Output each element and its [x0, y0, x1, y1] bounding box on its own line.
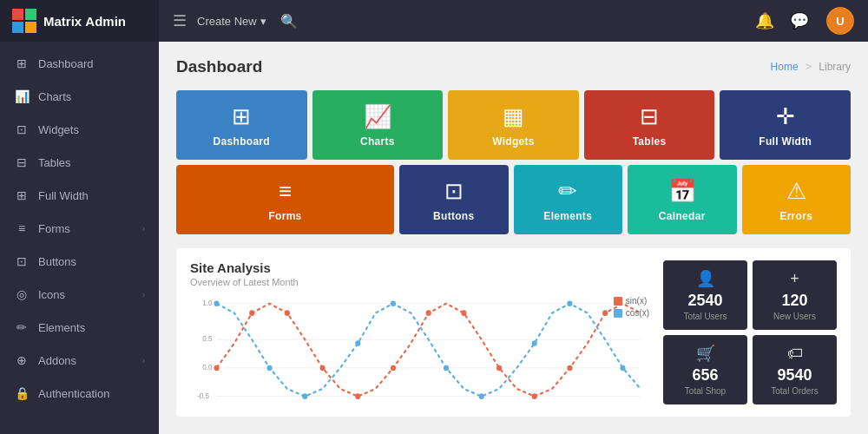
main-content: ☰ Create New ▾ 🔍 🔔 💬 U Dashboard Home > …: [159, 0, 868, 434]
tile-errors[interactable]: ⚠ Errors: [742, 165, 852, 234]
sidebar-item-forms[interactable]: ≡ Forms ›: [0, 212, 159, 245]
sidebar-icon-buttons: ⊡: [14, 253, 30, 269]
tile-forms[interactable]: ≡ Forms: [176, 165, 394, 234]
svg-point-10: [285, 310, 290, 316]
stat-label-total-users: Total Users: [683, 312, 727, 321]
sidebar-icon-icons: ◎: [14, 286, 30, 302]
svg-point-22: [302, 393, 307, 399]
sidebar-label-dashboard: Dashboard: [38, 57, 145, 70]
stat-number-total-shop: 656: [692, 366, 718, 385]
svg-point-27: [532, 340, 537, 346]
stat-card-total-shop: 🛒 656 Total Shop: [663, 335, 747, 404]
create-new-label: Create New: [197, 15, 257, 28]
stat-icon-total-shop: 🛒: [696, 344, 715, 363]
tile-dashboard[interactable]: ⊞ Dashboard: [176, 90, 307, 160]
svg-point-9: [249, 310, 254, 316]
svg-point-24: [391, 300, 396, 306]
svg-point-11: [320, 365, 326, 372]
svg-point-8: [214, 365, 219, 372]
tile-icon-errors: ⚠: [786, 178, 806, 205]
tile-icon-elements: ✏: [558, 178, 577, 205]
sidebar-icon-addons: ⊕: [14, 352, 30, 368]
stat-icon-total-users: 👤: [696, 269, 715, 288]
svg-point-21: [267, 365, 273, 372]
tile-buttons[interactable]: ⊡ Buttons: [399, 165, 509, 234]
legend-label-sin(x): sin(x): [626, 296, 647, 306]
sidebar-icon-tables: ⊟: [14, 155, 30, 170]
sidebar-item-full-width[interactable]: ⊞ Full Width: [0, 179, 159, 212]
svg-point-26: [479, 393, 484, 399]
stat-number-new-users: 120: [781, 292, 807, 310]
stat-label-total-orders: Total Orders: [771, 386, 818, 396]
sidebar-item-elements[interactable]: ✏ Elements: [0, 311, 159, 344]
sidebar-item-icons[interactable]: ◎ Icons ›: [0, 278, 159, 311]
sidebar-item-tables[interactable]: ⊟ Tables: [0, 146, 159, 179]
tile-full-width[interactable]: ✛ Full Width: [720, 90, 851, 160]
sine-cosine-chart: 1.0 0.5 0.0 -0.5: [190, 296, 649, 400]
legend-item-cos(x): cos(x): [614, 308, 649, 318]
legend-dot-cos(x): [614, 309, 622, 318]
breadcrumb-sep: >: [806, 61, 812, 73]
sidebar-icon-widgets: ⊡: [14, 122, 30, 137]
user-avatar[interactable]: U: [826, 7, 854, 35]
stat-label-new-users: New Users: [773, 312, 816, 321]
tile-widgets[interactable]: ▦ Widgets: [448, 90, 579, 160]
svg-text:-0.5: -0.5: [197, 391, 209, 400]
sidebar-logo: Matrix Admin: [0, 0, 159, 42]
sidebar-item-buttons[interactable]: ⊡ Buttons: [0, 245, 159, 278]
svg-point-23: [355, 340, 360, 346]
sidebar-label-full-width: Full Width: [38, 189, 145, 202]
tile-calendar[interactable]: 📅 Calnedar: [628, 165, 737, 234]
create-arrow-icon: ▾: [260, 15, 266, 28]
sidebar-label-addons: Addons: [38, 354, 142, 367]
chart-legend: sin(x) cos(x): [614, 296, 649, 318]
svg-point-19: [602, 310, 608, 316]
sidebar-label-elements: Elements: [38, 321, 145, 334]
analysis-subtitle: Overview of Latest Month: [190, 277, 649, 287]
app-name-bold: Admin: [85, 14, 126, 29]
create-new-button[interactable]: Create New ▾: [197, 15, 266, 28]
stat-icon-total-orders: 🏷: [787, 345, 803, 363]
tile-label-dashboard: Dashboard: [214, 135, 270, 148]
topbar: ☰ Create New ▾ 🔍 🔔 💬 U: [159, 0, 868, 42]
tile-label-errors: Errors: [779, 210, 812, 222]
tile-icon-calendar: 📅: [668, 178, 696, 205]
sidebar-label-widgets: Widgets: [38, 123, 145, 136]
message-icon[interactable]: 💬: [790, 11, 809, 30]
search-icon[interactable]: 🔍: [280, 13, 298, 30]
analysis-left: Site Analysis Overview of Latest Month s…: [190, 260, 649, 404]
tile-label-elements: Elements: [543, 210, 592, 222]
breadcrumb: Home > Library: [771, 61, 851, 73]
stat-label-total-shop: Total Shop: [685, 386, 726, 396]
menu-icon[interactable]: ☰: [173, 11, 187, 30]
svg-point-29: [620, 365, 625, 372]
tile-elements[interactable]: ✏ Elements: [514, 165, 623, 234]
sidebar-icon-full-width: ⊞: [14, 187, 30, 203]
app-name: Matrix: [43, 14, 82, 29]
sidebar-icon-authentication: 🔒: [14, 385, 30, 401]
notification-icon[interactable]: 🔔: [755, 11, 774, 30]
page-title: Dashboard: [176, 57, 262, 76]
svg-text:1.0: 1.0: [202, 299, 213, 307]
svg-point-20: [214, 300, 219, 306]
stat-icon-new-users: +: [790, 270, 799, 288]
breadcrumb-home[interactable]: Home: [771, 61, 799, 73]
sidebar-item-widgets[interactable]: ⊡ Widgets: [0, 113, 159, 146]
tile-charts[interactable]: 📈 Charts: [312, 90, 444, 160]
sidebar-item-authentication[interactable]: 🔒 Authentication: [0, 377, 159, 410]
sidebar-item-dashboard[interactable]: ⊞ Dashboard: [0, 47, 159, 80]
analysis-section: Site Analysis Overview of Latest Month s…: [176, 248, 851, 417]
svg-point-17: [532, 393, 537, 399]
tiles-row2: ≡ Forms ⊡ Buttons ✏ Elements 📅 Calnedar …: [176, 165, 851, 234]
stats-panel: 👤 2540 Total Users + 120 New Users 🛒 656…: [663, 260, 837, 404]
sidebar-label-forms: Forms: [38, 222, 142, 235]
legend-dot-sin(x): [614, 297, 622, 306]
sidebar-item-addons[interactable]: ⊕ Addons ›: [0, 344, 159, 377]
tile-tables[interactable]: ⊟ Tables: [584, 90, 715, 160]
sidebar-item-charts[interactable]: 📊 Charts: [0, 80, 159, 113]
tiles-row1: ⊞ Dashboard 📈 Charts ▦ Widgets ⊟ Tables …: [176, 90, 851, 160]
chart-area: sin(x) cos(x) 1.0 0.5 0.0 -0.5: [190, 296, 649, 400]
legend-item-sin(x): sin(x): [614, 296, 649, 306]
tile-icon-full-width: ✛: [776, 103, 795, 130]
svg-point-14: [426, 310, 431, 316]
